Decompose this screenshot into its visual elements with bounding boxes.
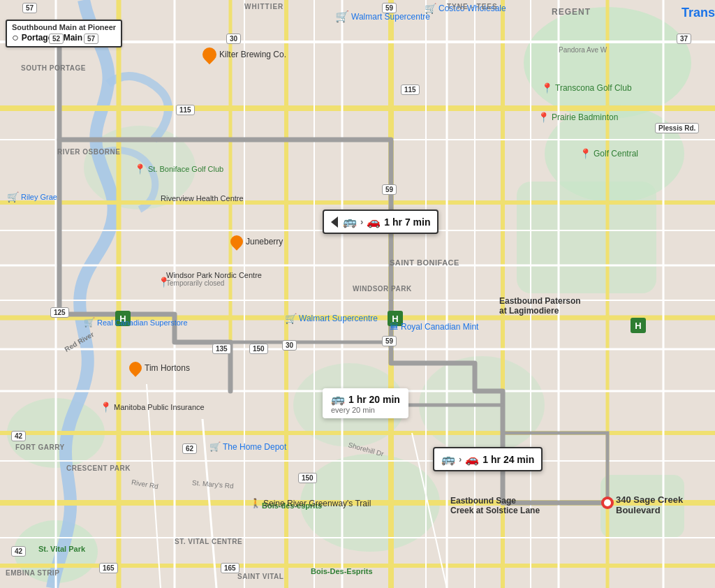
shield-165a: 165 — [99, 563, 118, 573]
shield-62: 62 — [182, 443, 197, 454]
origin-sub-label: Southbound Main at Pioneer — [12, 23, 116, 31]
shield-150b: 150 — [298, 473, 317, 483]
manitoba-public-poi: 📍 Manitoba Public Insurance — [100, 402, 205, 413]
stboniface-golf-poi: 📍 St. Boniface Golf Club — [134, 163, 223, 175]
saint-vital-label: SAINT VITAL — [237, 573, 283, 580]
origin-main-label: ○ Portage & Main — [12, 31, 116, 44]
riverview-poi: Riverview Health Centre — [161, 194, 244, 203]
whittier-label: WHITTIER — [244, 3, 283, 10]
crescent-park-label: CRESCENT PARK — [66, 464, 131, 472]
seine-river-poi: 🚶 Seine River Greenway's Trail — [250, 498, 371, 508]
shield-57b: 57 — [84, 34, 98, 44]
st-vital-park-label: St. Vital Park — [38, 545, 85, 553]
map-container: H H H Pandora Ave W Trans Southbound Mai… — [0, 0, 715, 588]
eastbound-paterson-label: Eastbound Paterson at Lagimodiere — [499, 296, 590, 316]
shield-30b: 30 — [282, 340, 297, 351]
shield-52: 52 — [49, 34, 64, 44]
shield-42b: 42 — [11, 546, 26, 557]
svg-text:Pandora Ave W: Pandora Ave W — [559, 46, 607, 54]
royal-mint-poi: 🏛 Royal Canadian Mint — [390, 321, 478, 332]
kilter-poi: Kilter Brewing Co. — [202, 47, 286, 61]
origin-label: Southbound Main at Pioneer ○ Portage & M… — [6, 20, 122, 47]
destination-label: 340 Sage Creek Boulevard — [616, 494, 707, 515]
bois-des-esprits2-label: Bois-Des-Esprits — [311, 567, 373, 575]
shield-30: 30 — [226, 34, 241, 44]
embina-strip-label: EMBINA STRIP — [6, 569, 59, 577]
transcona-golf-poi: 📍 Transcona Golf Club — [541, 82, 632, 94]
shield-115a: 115 — [176, 105, 195, 115]
trans-label: Trans — [681, 6, 715, 20]
svg-point-49 — [604, 499, 611, 506]
shield-115b: 115 — [401, 84, 420, 95]
prairie-badminton-poi: 📍 Prairie Badminton — [538, 112, 618, 123]
real-canadian-poi: 🛒 Real Canadian Superstore — [84, 317, 188, 328]
shield-37: 37 — [677, 34, 691, 44]
saint-boniface-label: SAINT BONIFACE — [390, 258, 459, 267]
shield-59c: 59 — [382, 336, 397, 346]
river-osborne-label: RIVER OSBORNE — [57, 148, 120, 156]
shield-165b: 165 — [221, 563, 239, 573]
windsor-park-label: WINDSOR PARK — [353, 285, 412, 293]
regent-label: REGENT — [552, 7, 591, 17]
windsor-nordic-pin: 📍 — [158, 277, 170, 288]
home-depot-poi: 🛒 The Home Depot — [209, 441, 286, 452]
walmart-south-poi: 🛒 Walmart Supercentre — [285, 313, 378, 324]
route-box-1: 🚌 › 🚗 1 hr 7 min — [323, 210, 438, 234]
shield-59b: 59 — [382, 184, 397, 195]
shield-150a: 150 — [249, 344, 268, 354]
eastbound-sage-label: Eastbound Sage Creek at Solstice Lane — [450, 496, 541, 515]
shield-59a: 59 — [382, 3, 397, 13]
south-portage-label: SOUTH PORTAGE — [21, 64, 86, 72]
svg-text:H: H — [635, 321, 641, 331]
shield-plessis: Plessis Rd. — [655, 123, 699, 133]
golf-central-poi: 📍 Golf Central — [580, 148, 638, 159]
windsor-nordic-poi: Windsor Park Nordic Centre Temporarily c… — [166, 271, 262, 287]
fort-garry-label: FORT GARRY — [15, 443, 65, 451]
route-box-2: 🚌 1 hr 20 min every 20 min — [323, 388, 408, 418]
st-vital-centre-label: ST. VITAL CENTRE — [175, 538, 242, 545]
shield-125: 125 — [50, 307, 69, 318]
shield-135: 135 — [212, 344, 231, 354]
route-box-3: 🚌 › 🚗 1 hr 24 min — [433, 447, 543, 471]
tyne-tees-label: TYNE - TEES — [447, 3, 498, 10]
juneberry-poi: Juneberry — [230, 235, 283, 248]
riley-grae-poi: 🛒 Riley Grae — [7, 191, 57, 203]
shield-57a: 57 — [22, 3, 37, 13]
shield-42a: 42 — [11, 431, 26, 441]
svg-rect-3 — [517, 182, 656, 293]
tim-hortons-poi: Tim Hortons — [129, 362, 190, 374]
